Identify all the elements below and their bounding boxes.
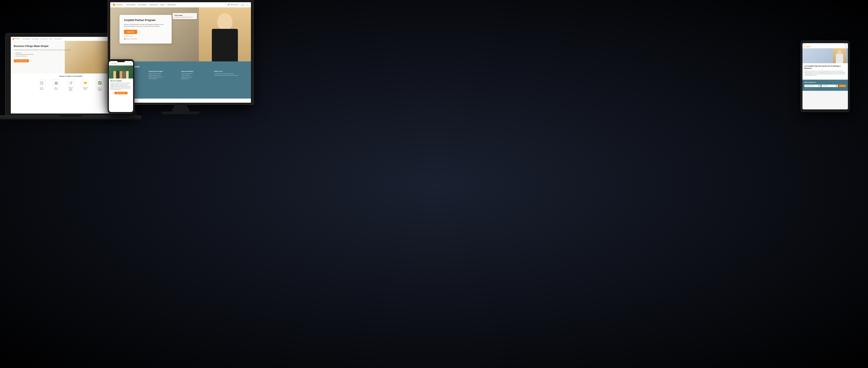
- laptop-base: [0, 115, 142, 120]
- monitor-nav-links: Start a Business Run a Business Learning…: [127, 4, 176, 5]
- laptop-logo: CorpNet.: [13, 38, 20, 39]
- tablet-get-started-button[interactable]: Get Started: [839, 85, 846, 87]
- laptop-bullet-3: Live experts at your service: [16, 55, 74, 57]
- monitor-nav-why[interactable]: Why Us: [160, 4, 165, 5]
- monitor-partner-card: CorpNet Partner Program Now you can offe…: [120, 15, 172, 43]
- phone-hero-team: [113, 71, 129, 78]
- phone-hero-image: [109, 66, 133, 78]
- monitor-logo-icon: [113, 4, 115, 6]
- tablet-content: Let CorpNet Take the Hassle Out of Start…: [803, 63, 848, 80]
- laptop-hero-subtitle: Trusted by thousands of professionals an…: [14, 49, 74, 51]
- phone-become-partner-button[interactable]: Become a Partner: [115, 92, 128, 94]
- monitor-nellie-title: Entrepreneur, CorpNet Founder & CEO: [175, 16, 195, 18]
- monitor-explore-grid: Revenue Opportunities Affiliate vs. Part…: [116, 71, 245, 80]
- laptop-start-label: Start aBusiness: [40, 87, 43, 90]
- monitor-apply-button[interactable]: Apply Now: [124, 30, 137, 34]
- monitor-link-complete-app[interactable]: Complete your partner application to get…: [214, 73, 245, 75]
- monitor-stand: [171, 104, 190, 112]
- laptop-partner-label: Partner WithCorpNet: [83, 87, 88, 90]
- laptop-compliance-label: BusinessComplianceServices: [97, 87, 102, 91]
- laptop-bullet-1: Fast and easy: [16, 52, 74, 54]
- monitor-link-compliance-portal[interactable]: CorpNet Compliance Portal: [181, 73, 213, 75]
- monitor-nav-learning[interactable]: Learning Center: [149, 4, 158, 5]
- monitor-nav-start[interactable]: Start a Business: [127, 4, 135, 5]
- laptop-compliance-icon: ✅: [96, 79, 103, 86]
- laptop-nav-learning[interactable]: Learning Center: [40, 38, 48, 39]
- monitor-phone: ☎ 1.888.449.2638: [228, 4, 238, 6]
- monitor-search-icon[interactable]: 🔍: [247, 4, 248, 6]
- tablet-screen: 9:41 100% ● CorpNet. 🔍 Let CorpNet Take …: [803, 43, 848, 109]
- monitor-link-partner-program[interactable]: CorpNet Partner Program: [181, 76, 213, 78]
- tablet-search-icon[interactable]: 🔍: [844, 46, 846, 47]
- laptop-nav-why[interactable]: Why Us: [49, 38, 53, 39]
- tablet-logo: ● CorpNet.: [804, 46, 811, 47]
- tablet-start-section: Start a Business Select Business Type Se…: [803, 80, 848, 91]
- phone-search-icon[interactable]: 🔍: [130, 63, 132, 65]
- monitor-link-checklists[interactable]: Checklists, Guides, and Tools: [149, 75, 180, 76]
- phone-logo-icon: ●: [111, 63, 111, 64]
- laptop-nav-run[interactable]: Run a Business: [32, 38, 39, 39]
- laptop-icon-partner[interactable]: 🤝 Partner WithCorpNet: [80, 79, 91, 91]
- tablet-logo-icon: ●: [804, 46, 805, 47]
- monitor-explore-col-3: Spanish Translations CorpNet Compliance …: [181, 71, 213, 80]
- phone-person-2: [117, 71, 119, 78]
- laptop-icon-compliance[interactable]: ✅ BusinessComplianceServices: [94, 79, 105, 91]
- laptop-partner-icon: 🤝: [82, 79, 89, 86]
- monitor-hero: CorpNet Partner Program Now you can offe…: [110, 7, 251, 61]
- monitor-nav-run[interactable]: Run a Business: [138, 4, 147, 5]
- monitor-link-videos[interactable]: Videos and Webinars: [181, 75, 213, 76]
- monitor-watch-link[interactable]: ▶ Watch to Learn More: [124, 38, 167, 40]
- tablet-form-row: Select Business Type Select State Get St…: [804, 85, 846, 87]
- monitor-link-questionnaires[interactable]: Client Questionnaires: [149, 78, 180, 80]
- monitor-link-join-affiliate[interactable]: Join the affiliate program via SharesSal…: [214, 75, 245, 76]
- laptop-start-business-button[interactable]: Start a Business Now: [14, 59, 29, 62]
- tablet-content-title: Let CorpNet Take the Hassle Out of Start…: [804, 65, 846, 69]
- laptop-agent-label: RegisteredAgentServices: [68, 87, 73, 91]
- monitor-ready-title: Ready to Join?: [214, 71, 245, 72]
- phone-screen: ● CorpNet. 🔍 We Are CorpNet CorpNet is a…: [109, 61, 133, 112]
- tablet-start-title: Start a Business: [804, 81, 846, 83]
- tablet-help-decide[interactable]: Help Me Decide ▶: [804, 88, 846, 89]
- phone-device: ● CorpNet. 🔍 We Are CorpNet CorpNet is a…: [108, 60, 134, 113]
- tablet-hero-person: [833, 48, 846, 63]
- phone-person-5: [126, 71, 129, 78]
- monitor-hero-person: [199, 7, 251, 61]
- laptop-hero-text: Business Filings Made Simple Trusted by …: [11, 41, 77, 73]
- monitor-nav-partner[interactable]: Partner With Us: [167, 4, 176, 5]
- monitor-explore-col-2: Ongoing Partner Support Business Formati…: [149, 71, 180, 80]
- tablet-device: 9:41 100% ● CorpNet. 🔍 Let CorpNet Take …: [801, 41, 849, 112]
- laptop-icon-run[interactable]: 🏢 Run aBusiness: [51, 79, 62, 91]
- laptop-nav-start[interactable]: Start a Business: [23, 38, 30, 39]
- laptop-nav-links: Start a Business Run a Business Learning…: [23, 38, 62, 39]
- monitor-nav-right: ☎ 1.888.449.2638 Login 🔍: [228, 4, 248, 6]
- laptop-agent-icon: 📝: [67, 79, 74, 86]
- phone-logo: ● CorpNet.: [111, 63, 117, 64]
- monitor-base: [162, 112, 199, 114]
- laptop-hero-list: Fast and easy Reliable, affordable, and …: [14, 52, 74, 57]
- laptop-icon-start[interactable]: 📋 Start aBusiness: [36, 79, 47, 91]
- phone-person-3: [120, 71, 122, 78]
- monitor-card-text: Now you can offer Business Formation and…: [124, 24, 167, 28]
- phone-content-text: CorpNet is a trusted resource and servic…: [111, 82, 132, 90]
- tablet-business-type-select[interactable]: Select Business Type: [804, 85, 821, 87]
- laptop-hero-title: Business Filings Made Simple: [14, 45, 74, 47]
- laptop-bullet-2: Reliable, affordable, and 100% guarantee…: [16, 54, 74, 55]
- laptop-nav-partner[interactable]: Partner With Us: [54, 38, 62, 39]
- phone-person-1: [113, 71, 116, 78]
- monitor-nellie-name: Nellie Akalp: [175, 14, 195, 16]
- monitor-explore-title: Explore the Program: [116, 65, 245, 68]
- tablet-state-select[interactable]: Select State: [822, 85, 838, 87]
- monitor-schedule-link[interactable]: Schedule a call: [124, 36, 167, 37]
- monitor-nellie-card: Nellie Akalp Entrepreneur, CorpNet Found…: [173, 13, 197, 19]
- laptop-run-label: Run aBusiness: [54, 87, 58, 90]
- laptop-icon-agent[interactable]: 📝 RegisteredAgentServices: [65, 79, 76, 91]
- phone-notch: [117, 61, 125, 62]
- tablet-navbar: ● CorpNet. 🔍: [803, 45, 848, 48]
- monitor-link-marketing[interactable]: Marketing Materials and Resources: [149, 76, 180, 78]
- monitor-link-affiliate-agreement[interactable]: Affiliate Agreement: [181, 78, 213, 80]
- tablet-hero: [803, 48, 848, 63]
- monitor-login-button[interactable]: Login: [240, 4, 245, 6]
- monitor-play-icon: ▶: [124, 38, 126, 40]
- laptop-logo-accent: .: [20, 38, 20, 39]
- monitor-link-formation[interactable]: Business Formation Guidance: [149, 73, 180, 75]
